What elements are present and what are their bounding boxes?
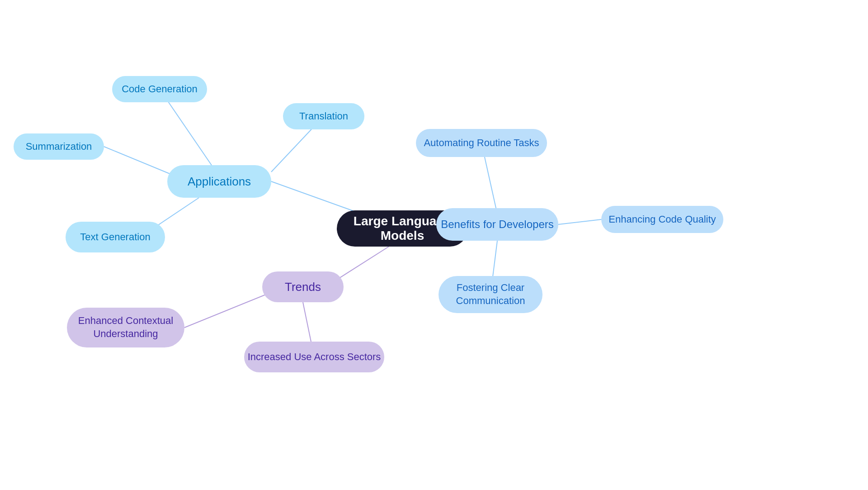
text-generation-node[interactable]: Text Generation	[66, 222, 165, 252]
benefits-node[interactable]: Benefits for Developers	[436, 208, 558, 241]
automating-node[interactable]: Automating Routine Tasks	[416, 129, 547, 157]
svg-line-7	[558, 219, 601, 224]
svg-line-2	[104, 147, 176, 176]
translation-node[interactable]: Translation	[283, 103, 364, 129]
enhanced-node[interactable]: Enhanced Contextual Understanding	[67, 308, 184, 347]
trends-node[interactable]: Trends	[262, 271, 344, 302]
summarization-node[interactable]: Summarization	[14, 133, 104, 160]
enhancing-node[interactable]: Enhancing Code Quality	[601, 206, 723, 233]
applications-node[interactable]: Applications	[167, 165, 271, 198]
increased-node[interactable]: Increased Use Across Sectors	[244, 342, 384, 372]
fostering-node[interactable]: Fostering Clear Communication	[439, 276, 542, 313]
code-generation-node[interactable]: Code Generation	[112, 76, 207, 102]
